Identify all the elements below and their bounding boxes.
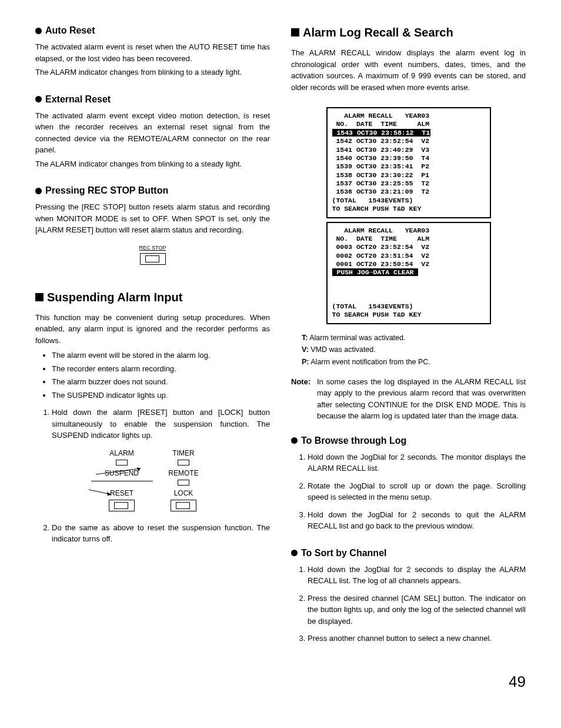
body-text: The activated alarm event is reset when …	[35, 41, 270, 64]
heading-sort-by-channel: To Sort by Channel	[291, 546, 526, 560]
panel-label-remote: REMOTE	[153, 468, 215, 478]
numbered-list: Hold down the JogDial for 2 seconds to d…	[291, 564, 526, 644]
left-column: Auto Reset The activated alarm event is …	[35, 24, 270, 659]
section-rec-stop: Pressing REC STOP Button Pressing the [R…	[35, 184, 270, 268]
body-text: The ALARM indicator changes from blinkin…	[35, 67, 270, 78]
legend-key-p: P:	[302, 358, 309, 366]
numbered-list: Do the same as above to reset the suspen…	[35, 522, 270, 545]
list-item: Hold down the JogDial for 2 seconds. The…	[308, 451, 526, 474]
led-icon	[116, 460, 128, 466]
figure-alarm-recall-screen-1: ALARM RECALL YEAR03 NO. DATE TIME ALM 15…	[326, 107, 491, 218]
svg-marker-3	[107, 492, 111, 496]
list-item: The alarm event will be stored in the al…	[52, 350, 270, 361]
heading-rec-stop: Pressing REC STOP Button	[35, 184, 270, 198]
section-external-reset: External Reset The activated alarm event…	[35, 92, 270, 170]
panel-label-alarm: ALARM	[91, 448, 153, 458]
figure-label: REC STOP	[35, 244, 270, 252]
legend: T: Alarm terminal was activated. V: VMD …	[302, 333, 526, 368]
body-text: The ALARM indicator changes from blinkin…	[35, 158, 270, 170]
legend-text: Alarm event notification from the PC.	[309, 358, 430, 366]
bullet-list: The alarm event will be stored in the al…	[35, 350, 270, 401]
section-suspending: Suspending Alarm Input This function may…	[35, 288, 270, 545]
figure-panel-buttons: ALARM TIMER SUSPEND REMOTE	[91, 448, 215, 515]
led-icon	[178, 480, 189, 486]
list-item: Hold down the JogDial for 2 seconds to d…	[308, 564, 526, 587]
led-icon	[178, 460, 189, 466]
legend-text: VMD was activated.	[309, 345, 376, 354]
list-item: Do the same as above to reset the suspen…	[52, 522, 270, 545]
heading-suspending-alarm-input: Suspending Alarm Input	[35, 288, 270, 306]
section-browse-log: To Browse through Log Hold down the JogD…	[291, 434, 526, 532]
numbered-list: Hold down the JogDial for 2 seconds. The…	[291, 451, 526, 532]
legend-text: Alarm terminal was activated.	[308, 334, 405, 342]
body-text: Pressing the [REC STOP] button resets al…	[35, 201, 270, 236]
list-item: The recorder enters alarm recording.	[52, 363, 270, 375]
panel-label-lock: LOCK	[153, 488, 215, 498]
list-item: Rotate the JogDial to scroll up or down …	[308, 480, 526, 503]
svg-line-0	[96, 468, 141, 474]
note-label: Note:	[291, 376, 317, 422]
button-graphic-icon	[171, 500, 196, 511]
note-block: Note: In some cases the log displayed in…	[291, 376, 526, 422]
legend-key-t: T:	[302, 334, 308, 342]
page-number: 49	[35, 670, 526, 693]
list-item: Press the desired channel [CAM SEL] butt…	[308, 593, 526, 627]
list-item: The alarm buzzer does not sound.	[52, 376, 270, 388]
button-graphic-icon	[109, 500, 135, 511]
right-column: Alarm Log Recall & Search The ALARM RECA…	[291, 24, 526, 659]
figure-alarm-recall-screen-2: ALARM RECALL YEAR03 NO. DATE TIME ALM 00…	[326, 222, 491, 324]
heading-alarm-log-recall-search: Alarm Log Recall & Search	[291, 24, 526, 41]
arrow-icon	[89, 467, 142, 476]
note-text: In some cases the log displayed in the A…	[317, 376, 526, 422]
list-item: Press another channel button to select a…	[308, 633, 526, 644]
figure-rec-stop-button: REC STOP	[35, 244, 270, 268]
list-item: The SUSPEND indicator lights up.	[52, 390, 270, 401]
section-alarm-log: Alarm Log Recall & Search The ALARM RECA…	[291, 24, 526, 93]
body-text: This function may be convenient during s…	[35, 312, 270, 347]
heading-auto-reset: Auto Reset	[35, 24, 270, 38]
button-graphic-icon	[140, 253, 166, 265]
panel-label-timer: TIMER	[153, 448, 215, 458]
section-auto-reset: Auto Reset The activated alarm event is …	[35, 24, 270, 78]
heading-external-reset: External Reset	[35, 92, 270, 107]
svg-marker-1	[137, 467, 141, 471]
body-text: The activated alarm event except video m…	[35, 110, 270, 156]
body-text: The ALARM RECALL window displays the ala…	[291, 47, 526, 93]
numbered-list: Hold down the alarm [RESET] button and […	[35, 407, 270, 441]
list-item: Hold down the alarm [RESET] button and […	[52, 407, 270, 441]
heading-browse-through-log: To Browse through Log	[291, 434, 526, 448]
list-item: Hold down the JogDial for 2 seconds to q…	[308, 509, 526, 532]
legend-key-v: V:	[302, 345, 309, 354]
section-sort-by-channel: To Sort by Channel Hold down the JogDial…	[291, 546, 526, 644]
arrow-icon	[88, 488, 123, 496]
